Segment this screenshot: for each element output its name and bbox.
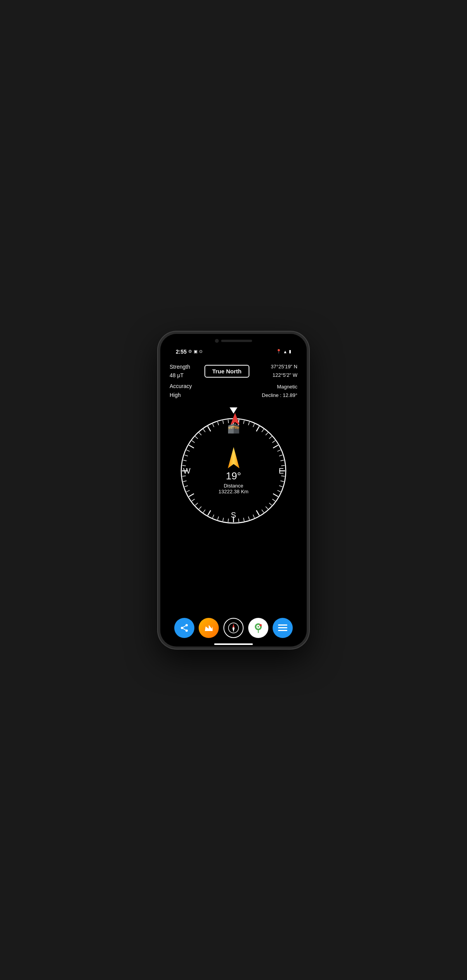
svg-line-12 (277, 450, 280, 452)
svg-line-11 (273, 445, 278, 448)
svg-line-66 (182, 625, 187, 628)
svg-line-33 (223, 518, 223, 521)
svg-line-32 (228, 518, 228, 522)
svg-line-21 (273, 494, 278, 497)
svg-rect-80 (278, 630, 287, 631)
svg-marker-62 (228, 447, 239, 468)
svg-marker-68 (205, 625, 213, 631)
cardinal-west: W (183, 466, 191, 475)
compass-center-display: 19° Distance 13222.38 Km (218, 447, 248, 494)
svg-line-30 (239, 518, 239, 522)
sensor-info: Strength 48 μT Accuracy High (170, 363, 192, 400)
svg-line-36 (208, 510, 211, 515)
share-icon (180, 623, 189, 633)
svg-line-6 (256, 426, 259, 431)
home-indicator (214, 643, 253, 645)
speaker-bar (221, 340, 252, 342)
phone-frame: 2:55 ⚙ ▣ ⊙ 📍 ▲ ▮ Strength 48 μT Accuracy… (158, 332, 309, 649)
svg-line-23 (269, 503, 272, 505)
compass-button[interactable] (223, 618, 244, 638)
location-icon: 📍 (276, 349, 282, 354)
accuracy-value: High (170, 391, 192, 399)
distance-label: Distance (224, 483, 244, 489)
cardinal-east: E (279, 466, 284, 475)
svg-line-42 (186, 490, 189, 492)
sim-icon: ▣ (194, 349, 197, 354)
svg-point-76 (259, 624, 262, 626)
maps-button[interactable] (248, 618, 268, 638)
svg-point-72 (233, 627, 234, 629)
share-button[interactable] (174, 618, 194, 638)
svg-line-47 (182, 465, 186, 466)
svg-line-15 (281, 465, 285, 466)
settings-icon: ⚙ (188, 349, 192, 354)
magnetic-label: Magnetic (277, 384, 297, 390)
svg-line-34 (218, 517, 219, 520)
time-display: 2:55 (176, 349, 187, 355)
svg-line-9 (269, 436, 272, 439)
svg-line-10 (272, 441, 275, 443)
svg-line-55 (203, 429, 205, 432)
svg-line-54 (199, 433, 201, 435)
battery-icon: ▮ (289, 349, 291, 354)
svg-line-39 (195, 503, 198, 505)
svg-line-7 (262, 429, 264, 432)
svg-rect-78 (278, 624, 287, 626)
svg-line-38 (199, 506, 201, 509)
distance-value: 13222.38 Km (218, 489, 248, 494)
premium-button[interactable] (199, 618, 219, 638)
coord-line1: 37°25'19" N (271, 364, 297, 369)
svg-line-45 (182, 476, 186, 476)
svg-line-17 (281, 476, 285, 476)
svg-line-57 (213, 424, 214, 427)
svg-line-4 (248, 422, 249, 425)
svg-line-20 (277, 490, 280, 492)
decline-label: Decline : 12.89° (262, 392, 297, 398)
phone-top-bar (160, 334, 307, 348)
strength-value: 48 μT (170, 371, 192, 380)
accuracy-label: Accuracy (170, 382, 192, 390)
true-north-button[interactable]: True North (204, 365, 249, 378)
camera-dot (215, 339, 219, 343)
coordinates: 37°25'19" N 122°5'2" W (262, 363, 297, 380)
svg-line-51 (189, 445, 194, 448)
spacer (168, 525, 299, 613)
svg-line-48 (183, 460, 187, 461)
svg-line-28 (248, 517, 249, 520)
svg-line-37 (203, 510, 205, 512)
svg-line-53 (195, 436, 198, 439)
status-right: 📍 ▲ ▮ (276, 349, 291, 354)
svg-line-3 (244, 421, 244, 424)
kaaba-icon: 🕋 (227, 422, 240, 434)
menu-button[interactable] (273, 618, 293, 638)
info-section: Strength 48 μT Accuracy High True North … (168, 357, 299, 404)
svg-line-14 (280, 460, 284, 461)
svg-line-24 (266, 506, 268, 509)
svg-line-49 (185, 455, 188, 456)
svg-line-29 (244, 518, 244, 521)
coordinates-info: 37°25'19" N 122°5'2" W Magnetic Decline … (262, 363, 297, 400)
svg-line-25 (262, 510, 264, 512)
svg-line-5 (253, 424, 254, 427)
compass-nav-icon (228, 622, 239, 634)
svg-line-35 (213, 515, 214, 518)
svg-line-43 (185, 486, 188, 487)
svg-line-26 (256, 510, 259, 515)
maps-icon (252, 622, 264, 634)
svg-line-19 (279, 486, 283, 487)
true-north-container: True North (204, 363, 249, 378)
svg-line-41 (189, 494, 194, 497)
coord-line2: 122°5'2" W (273, 372, 297, 378)
svg-line-8 (266, 433, 268, 435)
svg-line-22 (272, 499, 275, 501)
compass-dial: N S E W 🕋 (179, 417, 288, 525)
golden-arrow-icon (226, 447, 241, 470)
svg-line-59 (223, 421, 223, 424)
svg-line-50 (186, 450, 189, 452)
strength-label: Strength (170, 363, 192, 371)
status-left: 2:55 ⚙ ▣ ⊙ (176, 349, 203, 355)
svg-line-58 (218, 422, 219, 425)
list-icon (278, 624, 287, 631)
svg-line-13 (279, 455, 283, 456)
android-icon: ⊙ (199, 349, 203, 354)
